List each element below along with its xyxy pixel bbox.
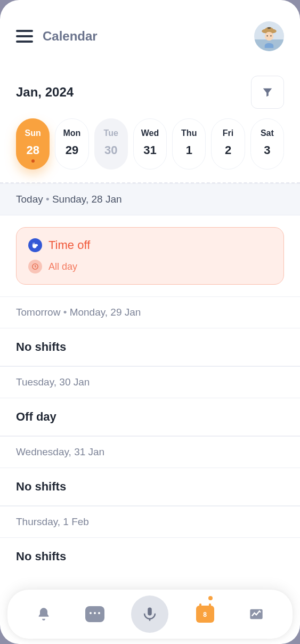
day-pill-tue[interactable]: Tue 30 — [94, 118, 128, 170]
chat-icon — [85, 606, 104, 622]
day-number: 1 — [173, 143, 205, 157]
event-title: Time off — [48, 238, 90, 252]
clock-icon — [28, 260, 42, 273]
day-pill-thu[interactable]: Thu 1 — [172, 118, 206, 170]
bottom-nav: 8 — [7, 590, 293, 639]
bell-icon — [36, 607, 51, 622]
calendar-icon: 8 — [196, 606, 214, 623]
week-day-strip: Sun 28 Mon 29 Tue 30 Wed 31 Thu 1 Fri 2 … — [0, 118, 300, 182]
day-number: 29 — [55, 143, 88, 157]
calendar-icon-badge: 8 — [196, 611, 214, 618]
section-header-wed: Wednesday, 31 Jan — [0, 436, 300, 468]
day-number: 28 — [17, 143, 49, 157]
section-header-today: TodaySunday, 28 Jan — [0, 183, 300, 215]
day-of-week: Thu — [173, 128, 205, 138]
nav-voice[interactable] — [131, 595, 168, 633]
day-pill-fri[interactable]: Fri 2 — [211, 118, 245, 170]
day-number: 31 — [134, 143, 166, 157]
day-number: 30 — [95, 143, 127, 157]
nav-chat[interactable] — [80, 599, 110, 629]
section-date: Monday, 29 Jan — [60, 307, 141, 318]
app-frame: Calendar Jan, 2024 Sun 28 Mon 29 — [0, 0, 300, 644]
schedule-list[interactable]: TodaySunday, 28 Jan Time off All day Tom… — [0, 183, 300, 644]
svg-rect-2 — [267, 28, 271, 29]
event-card-timeoff[interactable]: Time off All day — [16, 227, 284, 285]
menu-icon[interactable] — [16, 30, 33, 43]
month-label: Jan, 2024 — [16, 85, 74, 100]
day-pill-mon[interactable]: Mon 29 — [55, 118, 88, 170]
day-of-week: Sun — [17, 128, 49, 138]
filter-button[interactable] — [251, 76, 284, 109]
section-header-thu: Thursday, 1 Feb — [0, 506, 300, 538]
nav-active-dot — [208, 596, 213, 600]
app-header: Calendar — [0, 0, 300, 62]
filter-icon — [262, 86, 273, 98]
svg-point-4 — [266, 35, 267, 36]
section-date: Sunday, 28 Jan — [43, 194, 122, 205]
day-of-week: Tue — [95, 128, 127, 138]
row-no-shifts: No shifts — [0, 328, 300, 366]
day-number: 3 — [251, 143, 283, 157]
page-title: Calendar — [43, 29, 98, 44]
svg-point-5 — [270, 35, 271, 36]
nav-calendar[interactable]: 8 — [190, 599, 220, 629]
coffee-icon — [28, 238, 42, 252]
avatar[interactable] — [254, 21, 284, 51]
row-no-shifts: No shifts — [0, 468, 300, 506]
nav-analytics[interactable] — [241, 599, 271, 629]
event-time: All day — [48, 261, 77, 272]
section-prefix: Today — [16, 194, 43, 205]
day-number: 2 — [212, 143, 244, 157]
section-header-tomorrow: TomorrowMonday, 29 Jan — [0, 296, 300, 328]
nav-notifications[interactable] — [29, 599, 59, 629]
section-header-tue: Tuesday, 30 Jan — [0, 366, 300, 398]
row-off-day: Off day — [0, 398, 300, 436]
row-no-shifts: No shifts — [0, 538, 300, 575]
today-indicator-dot — [31, 159, 35, 163]
day-pill-sun[interactable]: Sun 28 — [16, 118, 50, 170]
day-of-week: Sat — [251, 128, 283, 138]
day-pill-sat[interactable]: Sat 3 — [250, 118, 284, 170]
avatar-illustration — [257, 25, 281, 48]
day-of-week: Fri — [212, 128, 244, 138]
month-row: Jan, 2024 — [0, 62, 300, 118]
day-pill-wed[interactable]: Wed 31 — [133, 118, 167, 170]
day-of-week: Wed — [134, 128, 166, 138]
section-prefix: Tomorrow — [16, 307, 60, 318]
chart-icon — [249, 607, 264, 622]
day-of-week: Mon — [55, 128, 88, 138]
microphone-icon — [142, 606, 158, 622]
svg-point-3 — [265, 32, 274, 41]
